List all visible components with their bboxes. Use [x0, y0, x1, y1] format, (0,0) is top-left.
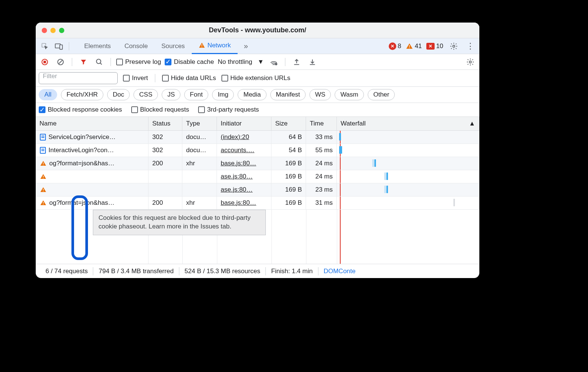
- cell-initiator[interactable]: ase.js:80…: [217, 170, 271, 183]
- hide-extension-urls-checkbox[interactable]: Hide extension URLs: [221, 74, 291, 82]
- separator: [72, 58, 72, 66]
- preserve-log-checkbox[interactable]: Preserve log: [116, 58, 161, 66]
- network-conditions-icon[interactable]: [268, 56, 280, 68]
- table-row[interactable]: og?format=json&has… 200 xhr base.js:80… …: [36, 157, 479, 170]
- kebab-menu-icon[interactable]: ⋮: [464, 40, 476, 52]
- col-initiator[interactable]: Initiator: [217, 117, 271, 130]
- col-type[interactable]: Type: [182, 117, 217, 130]
- col-status[interactable]: Status: [149, 117, 182, 130]
- record-icon[interactable]: [39, 56, 51, 68]
- filter-icon[interactable]: [77, 56, 89, 68]
- tab-network[interactable]: Network: [192, 38, 238, 54]
- network-settings-icon[interactable]: [464, 56, 476, 68]
- table-row[interactable]: ase.js:80… 169 B 23 ms: [36, 183, 479, 197]
- tab-sources[interactable]: Sources: [155, 38, 191, 54]
- blocked-cookies-checkbox[interactable]: ✓ Blocked response cookies: [39, 106, 122, 113]
- cell-time: 33 ms: [306, 131, 337, 144]
- cell-initiator[interactable]: ase.js:80…: [217, 183, 271, 196]
- cell-name: og?format=json&has…: [36, 197, 149, 209]
- disable-cache-checkbox[interactable]: ✓ Disable cache: [165, 58, 214, 66]
- table-row[interactable]: ServiceLogin?service… 302 docu… (index):…: [36, 131, 479, 144]
- checkbox-icon: [131, 106, 138, 113]
- filter-input[interactable]: Filter: [39, 72, 118, 84]
- device-toolbar-icon[interactable]: [53, 40, 65, 52]
- cell-size: 169 B: [271, 157, 306, 170]
- maximize-button[interactable]: [59, 28, 64, 33]
- preserve-log-label: Preserve log: [125, 58, 161, 66]
- clear-icon[interactable]: [55, 56, 67, 68]
- table-row[interactable]: og?format=json&has… 200 xhr base.js:80… …: [36, 197, 479, 210]
- cell-initiator[interactable]: (index):20: [217, 131, 271, 144]
- more-tabs-icon[interactable]: »: [240, 40, 252, 52]
- cell-initiator[interactable]: base.js:80…: [217, 197, 271, 209]
- cell-waterfall: [337, 157, 479, 170]
- col-name[interactable]: Name: [36, 117, 149, 130]
- download-har-icon[interactable]: [306, 56, 318, 68]
- cell-name: [36, 183, 149, 196]
- pill-js[interactable]: JS: [162, 89, 180, 100]
- error-count-value: 8: [398, 42, 401, 50]
- search-icon[interactable]: [93, 56, 105, 68]
- svg-rect-23: [43, 178, 44, 178]
- svg-rect-6: [409, 47, 410, 48]
- svg-rect-4: [202, 47, 202, 47]
- upload-har-icon[interactable]: [291, 56, 303, 68]
- checkbox-checked-icon: ✓: [39, 106, 45, 113]
- document-icon: [39, 147, 46, 154]
- pill-media[interactable]: Media: [238, 89, 266, 100]
- error-icon: ✕: [389, 42, 396, 50]
- status-finish: Finish: 1.4 min: [266, 268, 318, 275]
- pill-fetch-xhr[interactable]: Fetch/XHR: [61, 89, 103, 100]
- invert-label: Invert: [132, 74, 148, 82]
- window-title: DevTools - www.youtube.com/: [36, 26, 479, 34]
- separator: [155, 74, 155, 82]
- pill-wasm[interactable]: Wasm: [335, 89, 364, 100]
- cell-initiator[interactable]: accounts.…: [217, 144, 271, 157]
- svg-rect-24: [43, 189, 44, 191]
- table-row[interactable]: ase.js:80… 169 B 24 ms: [36, 170, 479, 183]
- cell-waterfall: [337, 183, 479, 196]
- blocked-cookies-label: Blocked response cookies: [48, 106, 122, 113]
- svg-rect-25: [43, 191, 44, 192]
- pill-ws[interactable]: WS: [309, 89, 331, 100]
- settings-icon[interactable]: [448, 40, 460, 52]
- warning-count-value: 41: [415, 42, 422, 50]
- cell-waterfall: [337, 170, 479, 183]
- minimize-button[interactable]: [50, 28, 56, 33]
- tab-elements[interactable]: Elements: [77, 38, 118, 54]
- svg-point-12: [275, 63, 277, 65]
- close-button[interactable]: [42, 28, 47, 33]
- pill-other[interactable]: Other: [368, 89, 395, 100]
- cell-name: ServiceLogin?service…: [36, 131, 149, 144]
- cell-status: 200: [149, 197, 182, 209]
- svg-rect-26: [43, 202, 44, 204]
- cell-type: xhr: [182, 157, 217, 170]
- throttling-select[interactable]: No throttling ▼: [218, 58, 264, 66]
- pill-font[interactable]: Font: [184, 89, 208, 100]
- cell-size: 64 B: [271, 131, 306, 144]
- col-waterfall[interactable]: Waterfall▲: [337, 117, 479, 130]
- inspect-icon[interactable]: [39, 40, 51, 52]
- pill-doc[interactable]: Doc: [107, 89, 130, 100]
- third-party-checkbox[interactable]: 3rd-party requests: [198, 106, 259, 113]
- pill-css[interactable]: CSS: [133, 89, 158, 100]
- table-row[interactable]: InteractiveLogin?con… 302 docu… accounts…: [36, 144, 479, 157]
- pill-all[interactable]: All: [39, 89, 57, 100]
- warning-icon: [406, 42, 413, 50]
- col-time[interactable]: Time: [306, 117, 337, 130]
- hide-data-urls-checkbox[interactable]: Hide data URLs: [162, 74, 216, 82]
- cell-type: xhr: [182, 197, 217, 209]
- message-count[interactable]: ✕ 10: [426, 42, 443, 50]
- pill-manifest[interactable]: Manifest: [270, 89, 306, 100]
- svg-rect-22: [43, 176, 44, 177]
- warning-count[interactable]: 41: [406, 42, 422, 50]
- pill-img[interactable]: Img: [212, 89, 234, 100]
- cell-time: 24 ms: [306, 170, 337, 183]
- cell-initiator[interactable]: base.js:80…: [217, 157, 271, 170]
- error-count[interactable]: ✕ 8: [389, 42, 401, 50]
- invert-checkbox[interactable]: Invert: [123, 74, 148, 82]
- blocked-requests-checkbox[interactable]: Blocked requests: [131, 106, 189, 113]
- col-size[interactable]: Size: [271, 117, 306, 130]
- document-icon: [39, 134, 46, 141]
- tab-console[interactable]: Console: [118, 38, 155, 54]
